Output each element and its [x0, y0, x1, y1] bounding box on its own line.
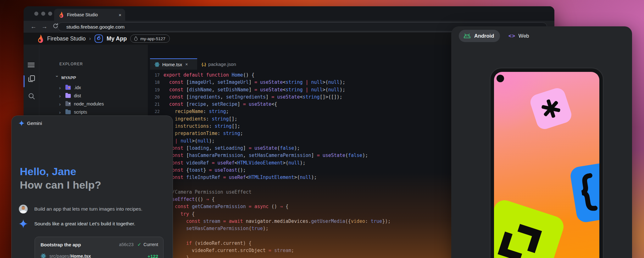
- tree-item-label: .idx: [74, 85, 81, 90]
- url-text: studio.firebase.google.com: [66, 24, 125, 30]
- folder-node-modules-icon: ●: [65, 102, 71, 106]
- blue-brace-tile: [569, 159, 599, 223]
- editor-tab-label: Home.tsx: [162, 62, 182, 67]
- menu-icon[interactable]: [28, 62, 35, 68]
- tree-item-label: dist: [74, 93, 81, 98]
- bootstrap-card[interactable]: Bootstrap the app a56c23 ✓ Current src/p…: [35, 237, 164, 258]
- folder-idx-icon: ▲: [65, 86, 71, 90]
- app-id-pill[interactable]: my-app-5127: [130, 35, 170, 43]
- editor-tab-label: package.json: [208, 62, 236, 67]
- app-prototype-icon: [94, 34, 103, 43]
- app-id: my-app-5127: [140, 36, 165, 41]
- greeting-line1: Hello, Jane: [20, 165, 76, 178]
- window-control-dot[interactable]: [34, 12, 38, 16]
- window-control-dot[interactable]: [48, 12, 52, 16]
- droplet-icon: [134, 36, 138, 41]
- gemini-star-icon: [19, 120, 25, 126]
- commit-hash: a56c23: [119, 242, 134, 247]
- check-icon: ✓: [137, 242, 142, 247]
- status-badge: Current: [143, 242, 158, 247]
- user-message-text: Build an app that lets me turn images in…: [34, 206, 142, 212]
- tree-root-label: MYAPP: [61, 75, 76, 80]
- file-path: src/pages/Home.tsx: [49, 254, 144, 258]
- explorer-title: EXPLORER: [59, 62, 83, 66]
- editor-tab-package-json[interactable]: {..} package.json: [197, 58, 253, 70]
- window-control-dot[interactable]: [41, 12, 45, 16]
- tree-root-myapp[interactable]: › MYAPP: [55, 73, 76, 82]
- window-controls[interactable]: [34, 12, 52, 16]
- curly-brace-icon: [575, 173, 599, 215]
- greeting-line2: How can I help?: [20, 179, 101, 191]
- pink-asterisk-tile: [528, 86, 574, 131]
- chevron-right-icon: ›: [59, 93, 64, 99]
- react-icon: [154, 62, 160, 67]
- close-icon[interactable]: ×: [185, 62, 188, 67]
- folder-dist-icon: [65, 94, 71, 98]
- editor-tab-home-tsx[interactable]: Home.tsx ×: [150, 58, 197, 70]
- active-view-indicator: [24, 75, 25, 87]
- browser-tab-strip: Firebase Studio ×: [24, 6, 554, 21]
- code-brackets-icon: <>: [508, 33, 515, 39]
- search-icon[interactable]: [28, 92, 36, 100]
- bootstrap-title: Bootstrap the app: [41, 242, 119, 247]
- corner-brackets-icon: [496, 218, 546, 258]
- breadcrumb-product[interactable]: Firebase Studio: [47, 35, 86, 42]
- bootstrap-card-header: Bootstrap the app a56c23 ✓ Current: [41, 241, 158, 248]
- phone-screen: [494, 72, 599, 258]
- diff-additions: +122: [147, 254, 158, 258]
- user-message: Build an app that lets me turn images in…: [19, 205, 142, 213]
- back-icon[interactable]: ←: [31, 23, 36, 30]
- toggle-android-button[interactable]: Android: [459, 30, 500, 42]
- gemini-message: Sounds like a great idea! Let’s build it…: [19, 219, 135, 228]
- toggle-web-label: Web: [519, 33, 529, 39]
- gemini-header: Gemini: [19, 120, 42, 126]
- firebase-logo-icon: [37, 35, 44, 43]
- asterisk-icon: [538, 95, 564, 121]
- tree-item-scripts[interactable]: › scripts: [59, 108, 87, 116]
- toggle-android-label: Android: [474, 33, 494, 39]
- app-name: My App: [107, 35, 127, 42]
- android-icon: [463, 33, 471, 39]
- tab-close-icon[interactable]: ×: [119, 12, 121, 18]
- gemini-message-text: Sounds like a great idea! Let’s build it…: [34, 221, 135, 227]
- page-background: Firebase Studio × ← → studio.firebase.go…: [0, 0, 644, 258]
- breadcrumb-separator: ›: [89, 36, 91, 41]
- chevron-down-icon: ›: [55, 75, 60, 80]
- phone-mockup: [490, 67, 604, 258]
- tree-item-label: node_modules: [74, 101, 104, 106]
- gemini-panel: Gemini Hello, Jane How can I help? Build…: [11, 116, 173, 258]
- tab-title: Firebase Studio: [67, 12, 115, 17]
- browser-tab[interactable]: Firebase Studio ×: [54, 9, 125, 21]
- changed-file-row[interactable]: src/pages/Home.tsx +122: [41, 252, 158, 258]
- device-preview-panel: Android <> Web: [451, 26, 632, 258]
- chevron-right-icon: ›: [59, 110, 64, 115]
- gemini-title: Gemini: [27, 121, 42, 126]
- tree-item-idx[interactable]: › ▲ .idx: [59, 83, 81, 92]
- tree-item-label: scripts: [74, 110, 87, 115]
- firebase-favicon-icon: [59, 12, 64, 18]
- gemini-star-icon: [19, 219, 28, 228]
- folder-scripts-icon: [65, 110, 71, 114]
- chevron-right-icon: ›: [59, 101, 64, 107]
- explorer-files-icon[interactable]: [28, 75, 36, 83]
- braces-icon: {..}: [202, 62, 206, 67]
- forward-icon[interactable]: →: [42, 23, 47, 30]
- toggle-web-button[interactable]: <> Web: [505, 30, 532, 42]
- tree-item-dist[interactable]: › dist: [59, 92, 81, 100]
- green-brackets-tile: [494, 197, 566, 258]
- chevron-right-icon: ›: [59, 85, 64, 90]
- tree-item-node-modules[interactable]: › ● node_modules: [59, 100, 104, 108]
- user-avatar: [19, 205, 28, 213]
- camera-punch-hole: [497, 75, 504, 82]
- react-icon: [41, 253, 46, 258]
